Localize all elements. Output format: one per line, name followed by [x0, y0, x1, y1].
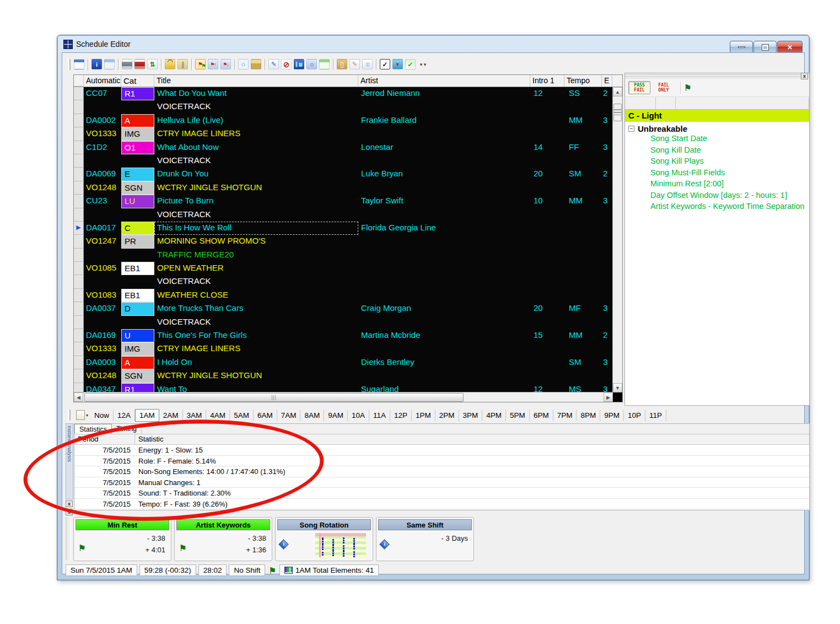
hour-tab-7am[interactable]: 7AM: [277, 410, 301, 421]
copy-icon[interactable]: [362, 59, 373, 69]
row-gutter[interactable]: [74, 235, 84, 248]
schedule-row[interactable]: VOICETRACK: [74, 208, 622, 222]
row-gutter[interactable]: [74, 168, 84, 181]
row-gutter[interactable]: [74, 316, 84, 329]
hour-menu-icon[interactable]: [76, 410, 85, 420]
hour-tab-5pm[interactable]: 5PM: [506, 410, 530, 421]
hour-tab-11p[interactable]: 11P: [645, 410, 666, 421]
row-gutter[interactable]: [74, 208, 84, 222]
row-gutter[interactable]: [74, 329, 84, 342]
hour-tab-9am[interactable]: 9AM: [324, 410, 348, 421]
row-gutter[interactable]: [74, 87, 84, 100]
flag-up-icon[interactable]: [208, 59, 218, 69]
horizontal-scroll-thumb[interactable]: [84, 393, 464, 402]
title-cell[interactable]: VOICETRACK: [154, 316, 358, 329]
hour-tab-11a[interactable]: 11A: [369, 410, 390, 421]
title-cell[interactable]: WCTRY JINGLE SHOTGUN: [154, 181, 358, 195]
fail-only-button[interactable]: FAILONLY: [653, 81, 675, 94]
table-icon[interactable]: [319, 59, 330, 69]
edit-icon[interactable]: [349, 59, 360, 69]
hour-tab-8pm[interactable]: 8PM: [577, 410, 600, 421]
column-header-gutter[interactable]: [74, 75, 84, 87]
hour-tab-8am[interactable]: 8AM: [300, 410, 324, 421]
minimize-button[interactable]: [730, 41, 753, 53]
schedule-row[interactable]: VO1248SGNWCTRY JINGLE SHOTGUN: [74, 369, 622, 383]
row-gutter[interactable]: [74, 249, 84, 262]
close-button[interactable]: ✕: [777, 41, 803, 53]
tab-timing[interactable]: Timing: [112, 424, 142, 434]
schedule-row[interactable]: VOICETRACK: [74, 154, 622, 168]
row-gutter[interactable]: [74, 356, 84, 369]
rules-panel-close-icon[interactable]: x: [801, 73, 808, 79]
print-design-icon[interactable]: [134, 59, 145, 69]
tab-statistics[interactable]: Statistics: [74, 424, 112, 434]
tree-collapse-icon[interactable]: −: [628, 126, 634, 132]
rule-item[interactable]: Song Start Date: [625, 134, 809, 146]
row-gutter[interactable]: [74, 383, 84, 392]
row-gutter[interactable]: [74, 369, 84, 383]
library-icon[interactable]: [251, 59, 261, 69]
horizontal-scrollbar[interactable]: ◀ ▶: [74, 392, 613, 402]
title-cell[interactable]: VOICETRACK: [154, 154, 358, 168]
schedule-row[interactable]: DA0037DMore Trucks Than CarsCraig Morgan…: [74, 302, 622, 315]
hour-tab-4am[interactable]: 4AM: [206, 410, 230, 421]
edit-note-icon[interactable]: [268, 59, 279, 69]
schedule-row[interactable]: VO1085EB1OPEN WEATHER: [74, 262, 622, 275]
title-cell[interactable]: What Do You Want: [154, 87, 358, 100]
rule-item[interactable]: Day Offset Window [days: 2 - hours: 1]: [625, 191, 809, 202]
violation-card-min-rest[interactable]: Min Rest⚑- 3:38+ 4:01: [73, 517, 171, 561]
schedule-row[interactable]: VOICETRACK: [74, 275, 622, 288]
vertical-scroll-thumb[interactable]: [613, 104, 622, 121]
export-icon[interactable]: [147, 59, 158, 69]
row-gutter[interactable]: [74, 100, 84, 114]
vertical-scrollbar[interactable]: ▲ ▼: [612, 87, 622, 392]
rule-item[interactable]: Song Kill Plays: [625, 157, 809, 168]
schedule-row[interactable]: DA0347R1Want ToSugarland12MS3: [74, 383, 622, 392]
paste-icon[interactable]: [337, 59, 347, 69]
rules-panel-grip[interactable]: x: [625, 73, 809, 78]
print-icon[interactable]: [122, 59, 132, 69]
search-icon[interactable]: [238, 59, 249, 69]
hour-tab-3pm[interactable]: 3PM: [459, 410, 483, 421]
row-gutter[interactable]: [74, 289, 84, 302]
column-header-title[interactable]: Title: [154, 75, 358, 87]
schedule-row[interactable]: ▶DA0017CThis Is How We RollFlorida Georg…: [74, 222, 622, 235]
hour-tab-1pm[interactable]: 1PM: [412, 410, 435, 421]
statistic-row[interactable]: 7/5/2015Manual Changes: 1: [74, 477, 809, 488]
statistic-row[interactable]: 7/5/2015Tempo: F - Fast: 39 (6.26%): [74, 499, 809, 510]
current-position-pointer-icon[interactable]: ▶: [74, 222, 84, 235]
rule-item[interactable]: Song Must-Fill Fields: [625, 168, 809, 180]
schedule-row[interactable]: VO1083EB1WEATHER CLOSE: [74, 289, 622, 302]
row-gutter[interactable]: [74, 302, 84, 315]
title-cell[interactable]: WEATHER CLOSE: [154, 289, 358, 302]
element-info-icon[interactable]: [91, 59, 102, 69]
calendar-icon[interactable]: [74, 59, 84, 69]
hour-tab-9pm[interactable]: 9PM: [600, 410, 624, 421]
dropdown-icon[interactable]: [418, 59, 428, 69]
row-gutter[interactable]: [74, 154, 84, 168]
violation-card-same-shift[interactable]: Same Shifti- 3 Days: [376, 517, 474, 561]
schedule-row[interactable]: VOICETRACK: [74, 316, 622, 329]
scroll-up-icon[interactable]: ▲: [613, 87, 622, 96]
schedule-row[interactable]: VOICETRACK: [74, 100, 622, 114]
scroll-down-icon[interactable]: ▼: [613, 383, 622, 392]
info-diamond-icon[interactable]: i: [278, 539, 288, 549]
schedule-row[interactable]: TRAFFIC MERGE20: [74, 249, 622, 262]
row-gutter[interactable]: [74, 342, 84, 356]
schedule-row[interactable]: VO1333IMGCTRY IMAGE LINERS: [74, 127, 622, 141]
lock-icon[interactable]: [165, 59, 175, 69]
title-cell[interactable]: I Hold On: [154, 356, 358, 369]
row-gutter[interactable]: [74, 275, 84, 288]
title-cell[interactable]: Picture To Burn: [154, 195, 358, 208]
checkbox-green-icon[interactable]: [405, 59, 416, 69]
title-cell[interactable]: VOICETRACK: [154, 100, 358, 114]
title-cell[interactable]: VOICETRACK: [154, 275, 358, 288]
statistic-row[interactable]: 7/5/2015Role: F - Female: 5.14%: [74, 456, 809, 467]
hour-tab-3am[interactable]: 3AM: [183, 410, 207, 421]
rule-item[interactable]: Artist Keywords - Keyword Time Separatio…: [625, 202, 809, 213]
maximize-button[interactable]: [753, 41, 777, 53]
schedule-calendar-icon[interactable]: [104, 59, 115, 69]
title-cell[interactable]: CTRY IMAGE LINERS: [154, 127, 358, 141]
flags-icon[interactable]: [195, 59, 206, 69]
attachment-icon[interactable]: [177, 59, 188, 69]
